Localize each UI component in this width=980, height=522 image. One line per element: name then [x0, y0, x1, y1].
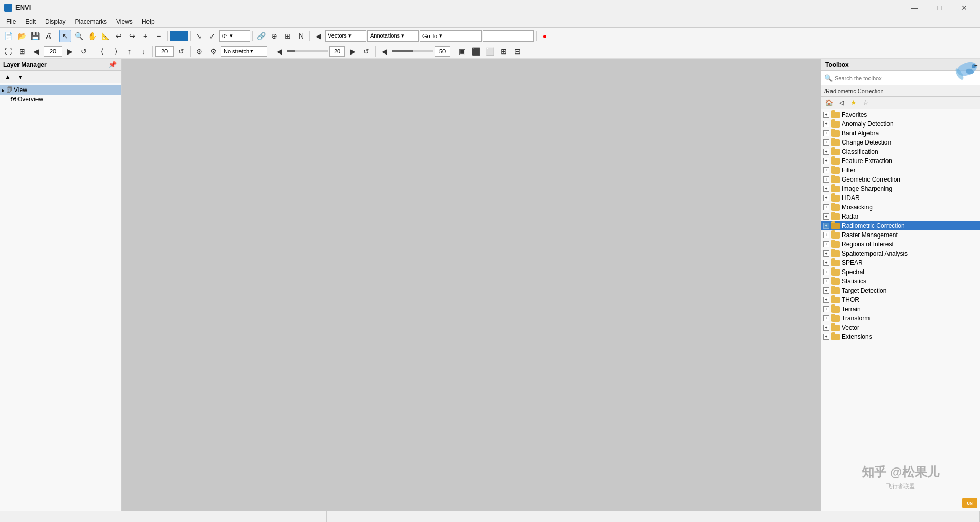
new-button[interactable]: 📄 — [2, 30, 14, 42]
toolbox-favorites[interactable]: ★ — [848, 97, 859, 109]
expand-btn-7[interactable]: + — [823, 176, 829, 183]
toolbox-item-11[interactable]: +Radar — [821, 212, 980, 221]
band-up[interactable]: ↑ — [123, 45, 136, 58]
zoom-input[interactable] — [44, 46, 62, 57]
expand-btn-13[interactable]: + — [823, 232, 829, 238]
contrast-input[interactable] — [435, 46, 450, 57]
close-button[interactable]: ✕ — [952, 0, 976, 15]
canvas-area[interactable] — [122, 59, 821, 511]
expand-btn-2[interactable]: + — [823, 130, 829, 136]
expand-btn-6[interactable]: + — [823, 167, 829, 173]
emergency-button[interactable]: ● — [539, 30, 551, 42]
brightness-next[interactable]: ▶ — [346, 45, 359, 58]
expand-btn-14[interactable]: + — [823, 241, 829, 247]
select-tool[interactable]: ↖ — [59, 30, 71, 42]
annotations-dropdown[interactable]: Annotations ▾ — [367, 30, 419, 42]
rotate-input[interactable] — [155, 46, 174, 57]
stretch-dropdown[interactable]: No stretch ▾ — [221, 46, 267, 57]
layer-dropdown[interactable]: ▾ — [14, 71, 26, 83]
expand-btn-0[interactable]: + — [823, 112, 829, 118]
contrast-prev[interactable]: ◀ — [378, 45, 391, 58]
expand-btn-5[interactable]: + — [823, 158, 829, 164]
zoom-tool[interactable]: 🔍 — [72, 30, 85, 42]
toolbox-item-20[interactable]: +THOR — [821, 295, 980, 304]
expand-btn-18[interactable]: + — [823, 278, 829, 284]
toolbox-item-5[interactable]: +Feature Extraction — [821, 156, 980, 166]
expand-btn-12[interactable]: + — [823, 223, 829, 229]
brightness-slider[interactable] — [287, 50, 328, 52]
menu-file[interactable]: File — [2, 17, 20, 26]
menu-edit[interactable]: Edit — [21, 17, 40, 26]
next-zoom[interactable]: ▶ — [64, 45, 76, 58]
expand-btn-17[interactable]: + — [823, 269, 829, 275]
toolbox-item-4[interactable]: +Classification — [821, 147, 980, 156]
goto-input[interactable] — [483, 30, 534, 42]
brightness-prev[interactable]: ◀ — [273, 45, 285, 58]
vectors-prev[interactable]: ◀ — [312, 30, 324, 42]
toolbox-item-3[interactable]: +Change Detection — [821, 138, 980, 147]
toolbox-item-12[interactable]: +Radiometric Correction — [821, 221, 980, 230]
color-picker[interactable] — [170, 31, 188, 41]
expand-btn-22[interactable]: + — [823, 315, 829, 321]
toolbox-item-17[interactable]: +Spectral — [821, 267, 980, 277]
toolbox-item-6[interactable]: +Filter — [821, 166, 980, 175]
toolbox-unfavorite[interactable]: ☆ — [860, 97, 872, 109]
zoom-to-extent[interactable]: ⊞ — [16, 45, 28, 58]
expand-btn-1[interactable]: + — [823, 121, 829, 127]
link-button[interactable]: 🔗 — [255, 30, 267, 42]
menu-placemarks[interactable]: Placemarks — [70, 17, 111, 26]
single-view[interactable]: ▣ — [456, 45, 468, 58]
open-button[interactable]: 📂 — [15, 30, 28, 42]
pan-tool[interactable]: ✋ — [86, 30, 98, 42]
toolbox-item-8[interactable]: +Image Sharpening — [821, 184, 980, 193]
expand-btn-19[interactable]: + — [823, 287, 829, 294]
toolbox-item-7[interactable]: +Geometric Correction — [821, 175, 980, 184]
expand-btn-3[interactable]: + — [823, 139, 829, 146]
four-view[interactable]: ⊞ — [497, 45, 510, 58]
minimize-button[interactable]: — — [903, 0, 927, 15]
goto-dropdown[interactable]: Go To ▾ — [420, 30, 482, 42]
layer-item-overview[interactable]: 🗺 Overview — [0, 95, 121, 104]
two-view-v[interactable]: ⬜ — [484, 45, 496, 58]
vectors-dropdown[interactable]: Vectors ▾ — [325, 30, 366, 42]
save-button[interactable]: 💾 — [29, 30, 41, 42]
north-arrow[interactable]: N — [295, 30, 307, 42]
expand-btn-11[interactable]: + — [823, 213, 829, 220]
layer-group-view[interactable]: ▸ 🗐 View — [0, 85, 121, 95]
toolbox-item-1[interactable]: +Anomaly Detection — [821, 119, 980, 129]
grid-button[interactable]: ⊞ — [282, 30, 294, 42]
expand-btn-20[interactable]: + — [823, 297, 829, 303]
band-next[interactable]: ⟩ — [109, 45, 122, 58]
custom-view[interactable]: ⊟ — [511, 45, 524, 58]
stretch-settings[interactable]: ⚙ — [207, 45, 219, 58]
zoom-out[interactable]: − — [153, 30, 165, 42]
toolbox-item-18[interactable]: +Statistics — [821, 277, 980, 286]
toolbox-item-10[interactable]: +Mosaicking — [821, 203, 980, 212]
rotate-reset[interactable]: ↺ — [175, 45, 188, 58]
toolbox-item-2[interactable]: +Band Algebra — [821, 129, 980, 138]
measure-tool[interactable]: 📐 — [99, 30, 112, 42]
print-button[interactable]: 🖨 — [42, 30, 54, 42]
prev-zoom[interactable]: ◀ — [30, 45, 42, 58]
zoom-in[interactable]: + — [139, 30, 152, 42]
stretch-apply[interactable]: ⊛ — [193, 45, 206, 58]
rotate-cw[interactable]: ↪ — [126, 30, 138, 42]
rotate-ccw[interactable]: ↩ — [113, 30, 125, 42]
toolbox-item-15[interactable]: +Spatiotemporal Analysis — [821, 249, 980, 258]
toolbox-item-9[interactable]: +LiDAR — [821, 193, 980, 203]
expand-btn-15[interactable]: + — [823, 250, 829, 257]
extent-button[interactable]: ⤡ — [193, 30, 205, 42]
band-prev[interactable]: ⟨ — [96, 45, 108, 58]
toolbox-item-14[interactable]: +Regions of Interest — [821, 240, 980, 249]
band-down[interactable]: ↓ — [137, 45, 150, 58]
toolbox-item-19[interactable]: +Target Detection — [821, 286, 980, 295]
expand-btn-24[interactable]: + — [823, 334, 829, 340]
contrast-slider[interactable] — [392, 50, 433, 52]
toolbox-item-16[interactable]: +SPEAR — [821, 258, 980, 267]
expand-btn-8[interactable]: + — [823, 186, 829, 192]
layer-manager-pin[interactable]: 📌 — [107, 59, 118, 70]
toolbox-item-22[interactable]: +Transform — [821, 314, 980, 323]
rotation-dropdown[interactable]: 0° ▾ — [219, 30, 250, 42]
brightness-reset[interactable]: ↺ — [360, 45, 373, 58]
expand-btn-4[interactable]: + — [823, 149, 829, 155]
